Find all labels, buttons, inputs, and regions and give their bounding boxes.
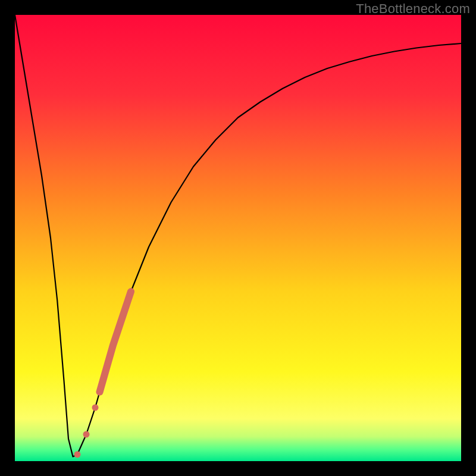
chart-frame: TheBottleneck.com: [0, 0, 476, 476]
marker-dot: [83, 431, 90, 438]
attribution-text: TheBottleneck.com: [356, 1, 470, 17]
marker-dot: [92, 405, 99, 411]
bottleneck-curve: [15, 15, 461, 457]
curve-layer: [15, 15, 461, 461]
highlighted-segment: [74, 292, 131, 458]
marker-dot: [74, 451, 81, 458]
marker-stroke: [100, 292, 131, 392]
plot-area: [15, 15, 461, 461]
